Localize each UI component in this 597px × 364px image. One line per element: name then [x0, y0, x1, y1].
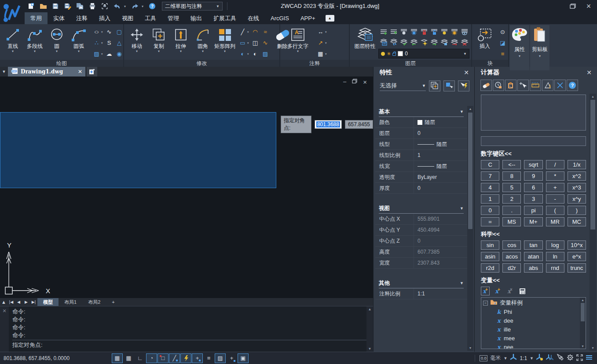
lineweight-display-toggle[interactable]: ≡ [203, 353, 214, 363]
polyline-button[interactable]: 多段线▾ [24, 25, 46, 59]
key-ex[interactable]: e^x [568, 252, 586, 261]
history-icon[interactable] [493, 80, 504, 91]
toggle-pickadd-icon[interactable] [458, 80, 469, 91]
edit-variable-icon[interactable]: x+ [493, 287, 502, 295]
numpad-section-header[interactable]: 数字键区<< [481, 150, 586, 158]
move-button[interactable]: 移动▾ [126, 25, 148, 59]
key-d2r[interactable]: d2r [502, 263, 521, 273]
get-coordinates-icon[interactable] [517, 80, 529, 91]
scroll-down-icon[interactable]: ▼ [368, 347, 372, 351]
key-memory-clear[interactable]: MC [568, 217, 586, 226]
key-r2d[interactable]: r2d [481, 263, 499, 273]
first-layout-icon[interactable]: |◀ [7, 298, 15, 306]
leader-button[interactable]: ↗▾ [315, 37, 328, 48]
tab-online[interactable]: 在线 [242, 12, 265, 24]
ellipse-button[interactable]: ○▾ [92, 26, 104, 37]
settings-gear-icon[interactable] [567, 354, 574, 362]
key-minus[interactable]: - [546, 194, 564, 204]
property-row-annot-scale[interactable]: 注释比例 1:1 [375, 288, 467, 299]
layer-bulb-off-icon[interactable] [399, 26, 409, 37]
undo-dropdown-icon[interactable]: ▾ [124, 4, 128, 8]
key-acos[interactable]: acos [502, 252, 521, 261]
dynamic-ucs-toggle[interactable]: + [226, 353, 237, 363]
variables-section-header[interactable]: 变量<< [481, 277, 586, 284]
last-layout-icon[interactable]: ▶| [30, 298, 37, 306]
key-7[interactable]: 7 [481, 171, 499, 181]
calculator-input-field[interactable] [481, 136, 586, 146]
layer-match-icon[interactable] [399, 37, 409, 47]
calculator-input-icon[interactable] [518, 287, 527, 295]
layer-delete-icon[interactable] [459, 37, 469, 47]
tab-annotate[interactable]: 注释 [70, 12, 93, 24]
tab-solid[interactable]: 实体 [48, 12, 70, 24]
section-view[interactable]: 视图▼ [379, 204, 464, 214]
calculator-scrollbar[interactable]: ▴ ▾ [590, 94, 596, 351]
scroll-down-icon[interactable]: ▾ [592, 346, 593, 350]
stretch-button[interactable]: 拉伸▾ [170, 25, 192, 59]
panel-draw-label[interactable]: 绘图 [0, 60, 123, 67]
new-variable-icon[interactable]: x+ [481, 287, 490, 295]
key-backspace[interactable]: <-- [502, 160, 521, 169]
scroll-down-icon[interactable]: ▾ [582, 344, 583, 348]
property-row-height[interactable]: 高度 607.7385 [375, 247, 467, 258]
key-multiply[interactable]: * [546, 171, 564, 181]
variable-item[interactable]: x nee [483, 342, 580, 349]
trim-button[interactable]: ╱▾ [238, 26, 250, 37]
zwcad-logo-icon[interactable] [0, 0, 23, 24]
key-asin[interactable]: asin [481, 252, 499, 261]
key-memory-store[interactable]: MS [502, 217, 521, 226]
workspace-select[interactable]: 二维草图与注释 ▼ [162, 2, 223, 11]
doc-restore-icon[interactable] [352, 78, 357, 86]
annotation-scale-value[interactable]: 1:1 [520, 355, 527, 361]
key-3[interactable]: 3 [524, 194, 542, 204]
units-dropdown-icon[interactable]: ▼ [503, 356, 507, 360]
key-memory-add[interactable]: M+ [524, 217, 542, 226]
arc-button[interactable]: 圆弧▾ [68, 25, 90, 59]
circle-button[interactable]: 圆▾ [46, 25, 68, 59]
line-button[interactable]: 直线▾ [2, 25, 24, 59]
variable-item[interactable]: x ille [483, 325, 580, 334]
block-editor-button[interactable]: ◪ [498, 37, 508, 48]
selection-cycling-toggle[interactable]: ▣ [238, 353, 249, 363]
measure-angle-icon[interactable] [542, 80, 553, 91]
redo-icon[interactable] [129, 1, 140, 11]
doc-tab-list-icon[interactable]: ▼ [0, 67, 8, 76]
section-basic[interactable]: 基本▼ [379, 107, 464, 117]
next-layout-icon[interactable]: ▶ [22, 298, 30, 306]
tab-insert[interactable]: 插入 [93, 12, 116, 24]
dynamic-input-y-field[interactable]: 657.8455 [345, 120, 373, 129]
layer-walk-icon[interactable] [388, 37, 399, 47]
layer-bulb2-icon[interactable] [439, 26, 449, 37]
redo-dropdown-icon[interactable]: ▾ [142, 4, 145, 8]
section-other[interactable]: 其他▼ [379, 278, 464, 288]
create-block-button[interactable]: ⊙ [498, 26, 508, 37]
object-snap-toggle[interactable]: □ [157, 353, 168, 363]
table-button[interactable]: ▦▾ [315, 48, 328, 59]
sketch-button[interactable]: S [104, 37, 114, 48]
lineweight-units-icon[interactable]: 0.0 [480, 355, 488, 361]
units-label[interactable]: 毫米 [490, 354, 501, 362]
hatch-button[interactable]: ▨▾ [92, 48, 104, 59]
key-clear[interactable]: C [481, 160, 499, 169]
new-tab-button[interactable] [87, 67, 97, 76]
scroll-up-icon[interactable]: ▲ [368, 307, 372, 311]
transparency-toggle[interactable]: ▨ [215, 353, 226, 363]
restore-window-icon[interactable] [568, 1, 578, 11]
property-row-center-z[interactable]: 中心点 Z 0 [375, 236, 467, 247]
key-8[interactable]: 8 [502, 171, 521, 181]
key-sqrt[interactable]: sqrt [524, 160, 542, 169]
layer-visibility-icon[interactable] [459, 26, 469, 37]
ortho-mode-toggle[interactable]: ∟ [135, 353, 146, 363]
delete-variable-icon[interactable]: x× [505, 287, 514, 295]
key-0[interactable]: 0 [481, 206, 499, 215]
doc-close-icon[interactable]: × [363, 78, 367, 86]
quick-select-icon[interactable] [429, 80, 440, 91]
annotation-visibility-icon[interactable] [536, 354, 543, 362]
revcloud-button[interactable]: ☁ [104, 48, 114, 59]
hatch-edit-button[interactable]: ▨ [260, 48, 271, 59]
property-row-color[interactable]: 颜色 随层 [375, 117, 467, 128]
calculator-history-display[interactable] [481, 95, 586, 131]
close-tab-icon[interactable]: ✕ [78, 69, 82, 75]
tab-express[interactable]: 扩展工具 [208, 12, 242, 24]
layer-off-icon[interactable] [378, 26, 388, 37]
